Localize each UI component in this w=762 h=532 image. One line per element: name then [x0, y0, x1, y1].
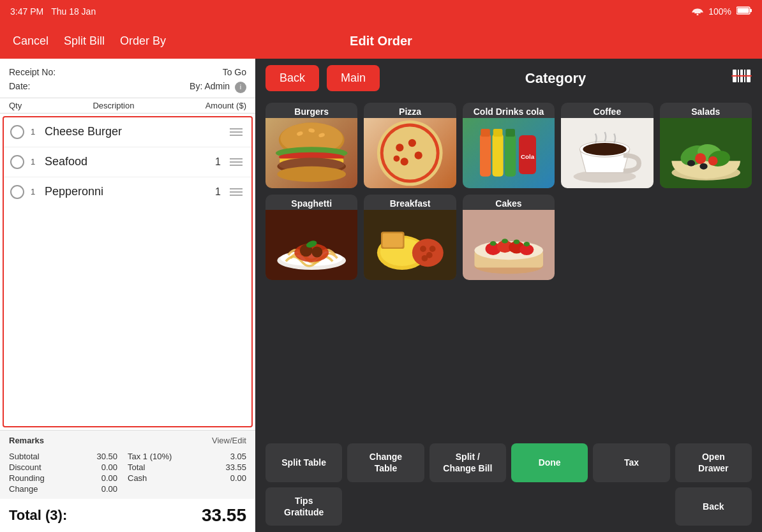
cat-salads-label: Salads: [660, 103, 752, 118]
cat-cakes-image: [463, 210, 555, 280]
svg-point-38: [583, 143, 627, 156]
bottom-actions: Split Table ChangeTable Split /Change Bi…: [255, 437, 762, 532]
cash-label: Cash: [128, 473, 187, 483]
done-button[interactable]: Done: [511, 443, 588, 482]
svg-point-22: [384, 126, 437, 179]
col-qty: Qty: [9, 101, 22, 110]
svg-point-19: [277, 166, 346, 182]
category-pizza[interactable]: Pizza: [364, 103, 456, 188]
cat-spaghetti-label: Spaghetti: [265, 195, 357, 210]
main-button[interactable]: Main: [327, 65, 380, 91]
svg-rect-32: [505, 133, 516, 176]
item-name-1: Cheese Burger: [45, 125, 195, 138]
cat-salads-image: [660, 118, 752, 188]
col-amount: Amount ($): [205, 101, 246, 110]
svg-point-58: [422, 255, 428, 262]
discount-value: 0.00: [68, 462, 128, 472]
remarks-label: Remarks: [9, 436, 44, 445]
svg-point-43: [695, 153, 706, 164]
summary-grid: Subtotal 30.50 Tax 1 (10%) 3.05 Discount…: [9, 452, 246, 494]
cat-coffee-label: Coffee: [561, 103, 653, 118]
split-bill-button[interactable]: Split Bill: [64, 34, 105, 48]
total-label: Total: [128, 462, 187, 472]
subtotal-value: 30.50: [68, 452, 128, 461]
category-colddrinks[interactable]: Cold Drinks cola: [463, 103, 555, 188]
subtotal-label: Subtotal: [9, 452, 68, 461]
svg-rect-30: [492, 133, 503, 176]
drag-handle-2[interactable]: [227, 158, 245, 166]
item-amount-3: 1: [202, 186, 221, 198]
item-qty-3: 1: [31, 187, 38, 196]
tips-gratitude-button[interactable]: TipsGratitude: [265, 487, 342, 526]
discount-label: Discount: [9, 462, 68, 472]
svg-text:Cola: Cola: [521, 153, 535, 160]
tax1-label: Tax 1 (10%): [128, 452, 187, 461]
category-grid: Burgers: [255, 98, 762, 437]
category-salads[interactable]: Salads: [660, 103, 752, 188]
drag-handle-1[interactable]: [227, 128, 245, 136]
category-title: Category: [387, 70, 724, 87]
info-icon[interactable]: i: [235, 82, 246, 93]
back-button[interactable]: Back: [265, 65, 319, 91]
category-breakfast[interactable]: Breakfast: [364, 195, 456, 280]
cat-pizza-image: [364, 118, 456, 188]
split-table-button[interactable]: Split Table: [265, 443, 342, 482]
page-title: Edit Order: [350, 34, 412, 48]
svg-point-70: [502, 239, 508, 243]
item-name-2: Seafood: [45, 155, 195, 168]
scan-icon[interactable]: [731, 67, 752, 89]
column-headers: Qty Description Amount ($): [0, 98, 255, 114]
main-content: Receipt No: To Go Date: By: Admin i Qty …: [0, 59, 762, 532]
category-cakes[interactable]: Cakes: [463, 195, 555, 280]
rounding-value: 0.00: [68, 473, 128, 483]
battery-icon: [736, 6, 752, 17]
svg-rect-33: [505, 129, 515, 137]
order-item[interactable]: 1 Pepperonni 1: [4, 177, 251, 207]
item-radio-1[interactable]: [10, 125, 24, 139]
cash-value: 0.00: [187, 473, 246, 483]
tax1-value: 3.05: [187, 452, 246, 461]
cat-colddrinks-label: Cold Drinks cola: [463, 103, 555, 118]
cat-breakfast-label: Breakfast: [364, 195, 456, 210]
split-change-bill-button[interactable]: Split /Change Bill: [430, 443, 506, 482]
svg-rect-1: [738, 8, 749, 13]
order-item[interactable]: 1 Cheese Burger: [4, 117, 251, 147]
cat-burgers-label: Burgers: [265, 103, 357, 118]
order-items-list: 1 Cheese Burger 1 Seafood 1: [3, 116, 253, 427]
category-coffee[interactable]: Coffee: [561, 103, 653, 188]
item-radio-3[interactable]: [10, 185, 24, 199]
date-display: Thu 18 Jan: [51, 6, 96, 17]
change-table-button[interactable]: ChangeTable: [347, 443, 424, 482]
tax-button[interactable]: Tax: [593, 443, 669, 482]
time-display: 3:47 PM: [10, 6, 43, 17]
order-item[interactable]: 1 Seafood 1: [4, 147, 251, 177]
cat-spaghetti-image: [265, 210, 357, 280]
cancel-button[interactable]: Cancel: [13, 34, 49, 48]
svg-point-69: [490, 241, 497, 246]
back2-button[interactable]: Back: [675, 487, 752, 526]
item-name-3: Pepperonni: [45, 185, 195, 198]
rounding-label: Rounding: [9, 473, 68, 483]
status-bar: 3:47 PM Thu 18 Jan 100%: [0, 0, 762, 23]
view-edit-button[interactable]: View/Edit: [212, 436, 246, 448]
svg-point-46: [699, 163, 707, 170]
svg-point-59: [430, 246, 436, 252]
category-spaghetti[interactable]: Spaghetti: [265, 195, 357, 280]
order-by-button[interactable]: Order By: [120, 34, 166, 48]
cat-cakes-label: Cakes: [463, 195, 555, 210]
item-qty-2: 1: [31, 157, 38, 166]
svg-rect-29: [481, 129, 490, 137]
cat-colddrinks-image: Cola: [463, 118, 555, 188]
battery-percent: 100%: [708, 6, 731, 17]
category-burgers[interactable]: Burgers: [265, 103, 357, 188]
drag-handle-3[interactable]: [227, 188, 245, 196]
cat-coffee-image: [561, 118, 653, 188]
right-panel: Back Main Category Burgers: [255, 59, 762, 532]
open-drawer-button[interactable]: OpenDrawer: [675, 443, 752, 482]
svg-point-71: [513, 239, 519, 244]
nav-bar: Cancel Split Bill Order By Edit Order: [0, 23, 762, 59]
svg-point-24: [408, 139, 416, 147]
wifi-icon: [692, 6, 703, 17]
item-radio-2[interactable]: [10, 155, 24, 169]
svg-point-45: [687, 160, 694, 166]
